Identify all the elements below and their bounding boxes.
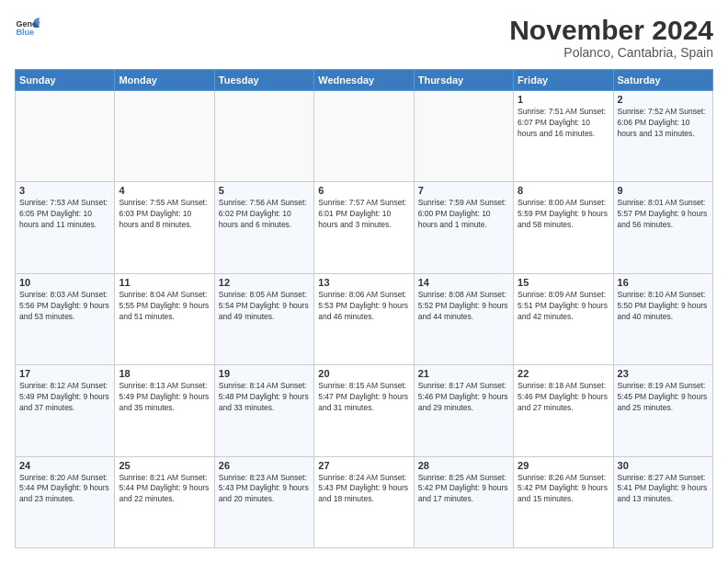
calendar-cell-1-4: 7Sunrise: 7:59 AM Sunset: 6:00 PM Daylig… <box>414 182 513 273</box>
header-wednesday: Wednesday <box>314 70 414 91</box>
day-info: Sunrise: 8:21 AM Sunset: 5:44 PM Dayligh… <box>119 473 210 506</box>
day-info: Sunrise: 8:13 AM Sunset: 5:49 PM Dayligh… <box>119 381 210 414</box>
calendar-cell-4-4: 28Sunrise: 8:25 AM Sunset: 5:42 PM Dayli… <box>414 456 513 547</box>
calendar-week-4: 17Sunrise: 8:12 AM Sunset: 5:49 PM Dayli… <box>16 365 713 456</box>
day-info: Sunrise: 8:04 AM Sunset: 5:55 PM Dayligh… <box>119 290 210 323</box>
day-info: Sunrise: 8:10 AM Sunset: 5:50 PM Dayligh… <box>618 290 709 323</box>
subtitle: Polanco, Cantabria, Spain <box>509 45 713 60</box>
calendar-cell-3-4: 21Sunrise: 8:17 AM Sunset: 5:46 PM Dayli… <box>414 365 513 456</box>
day-info: Sunrise: 8:27 AM Sunset: 5:41 PM Dayligh… <box>618 473 709 506</box>
day-number: 6 <box>318 185 409 196</box>
calendar-cell-3-1: 18Sunrise: 8:13 AM Sunset: 5:49 PM Dayli… <box>115 365 214 456</box>
calendar-cell-4-3: 27Sunrise: 8:24 AM Sunset: 5:43 PM Dayli… <box>314 456 414 547</box>
day-number: 12 <box>219 277 310 288</box>
calendar-cell-1-0: 3Sunrise: 7:53 AM Sunset: 6:05 PM Daylig… <box>16 182 115 273</box>
calendar-cell-1-2: 5Sunrise: 7:56 AM Sunset: 6:02 PM Daylig… <box>214 182 313 273</box>
day-number: 9 <box>618 185 709 196</box>
header-friday: Friday <box>514 70 613 91</box>
calendar-cell-4-2: 26Sunrise: 8:23 AM Sunset: 5:43 PM Dayli… <box>214 456 313 547</box>
day-info: Sunrise: 8:18 AM Sunset: 5:46 PM Dayligh… <box>518 381 609 414</box>
day-number: 21 <box>418 368 509 379</box>
svg-text:Blue: Blue <box>16 28 34 37</box>
day-info: Sunrise: 8:25 AM Sunset: 5:42 PM Dayligh… <box>418 473 509 506</box>
day-info: Sunrise: 8:05 AM Sunset: 5:54 PM Dayligh… <box>219 290 310 323</box>
calendar-cell-2-3: 13Sunrise: 8:06 AM Sunset: 5:53 PM Dayli… <box>314 273 414 364</box>
day-info: Sunrise: 7:55 AM Sunset: 6:03 PM Dayligh… <box>119 198 210 231</box>
calendar-cell-0-4 <box>414 91 513 182</box>
calendar-header-row: Sunday Monday Tuesday Wednesday Thursday… <box>16 70 713 91</box>
calendar-cell-1-6: 9Sunrise: 8:01 AM Sunset: 5:57 PM Daylig… <box>613 182 712 273</box>
calendar-cell-4-5: 29Sunrise: 8:26 AM Sunset: 5:42 PM Dayli… <box>514 456 613 547</box>
calendar-week-3: 10Sunrise: 8:03 AM Sunset: 5:56 PM Dayli… <box>16 273 713 364</box>
day-info: Sunrise: 7:52 AM Sunset: 6:06 PM Dayligh… <box>618 107 709 140</box>
calendar-cell-4-0: 24Sunrise: 8:20 AM Sunset: 5:44 PM Dayli… <box>16 456 115 547</box>
header-sunday: Sunday <box>16 70 115 91</box>
day-info: Sunrise: 7:59 AM Sunset: 6:00 PM Dayligh… <box>418 198 509 231</box>
day-number: 17 <box>19 368 110 379</box>
calendar-cell-3-2: 19Sunrise: 8:14 AM Sunset: 5:48 PM Dayli… <box>214 365 313 456</box>
calendar-cell-1-1: 4Sunrise: 7:55 AM Sunset: 6:03 PM Daylig… <box>115 182 214 273</box>
calendar-cell-0-3 <box>314 91 414 182</box>
page: General Blue November 2024 Polanco, Cant… <box>0 0 728 563</box>
calendar-cell-4-6: 30Sunrise: 8:27 AM Sunset: 5:41 PM Dayli… <box>613 456 712 547</box>
day-number: 28 <box>418 460 509 471</box>
day-info: Sunrise: 8:15 AM Sunset: 5:47 PM Dayligh… <box>318 381 409 414</box>
day-info: Sunrise: 8:06 AM Sunset: 5:53 PM Dayligh… <box>318 290 409 323</box>
day-number: 2 <box>618 94 709 105</box>
day-number: 24 <box>19 460 110 471</box>
day-info: Sunrise: 8:12 AM Sunset: 5:49 PM Dayligh… <box>19 381 110 414</box>
calendar-cell-4-1: 25Sunrise: 8:21 AM Sunset: 5:44 PM Dayli… <box>115 456 214 547</box>
day-number: 26 <box>219 460 310 471</box>
calendar-cell-0-1 <box>115 91 214 182</box>
calendar-cell-0-0 <box>16 91 115 182</box>
day-number: 10 <box>19 277 110 288</box>
day-number: 27 <box>318 460 409 471</box>
header: General Blue November 2024 Polanco, Cant… <box>15 15 713 60</box>
day-number: 29 <box>518 460 609 471</box>
calendar-cell-3-6: 23Sunrise: 8:19 AM Sunset: 5:45 PM Dayli… <box>613 365 712 456</box>
day-info: Sunrise: 8:23 AM Sunset: 5:43 PM Dayligh… <box>219 473 310 506</box>
day-info: Sunrise: 8:00 AM Sunset: 5:59 PM Dayligh… <box>518 198 609 231</box>
day-info: Sunrise: 8:14 AM Sunset: 5:48 PM Dayligh… <box>219 381 310 414</box>
day-number: 3 <box>19 185 110 196</box>
title-block: November 2024 Polanco, Cantabria, Spain <box>509 15 713 60</box>
header-saturday: Saturday <box>613 70 712 91</box>
day-info: Sunrise: 8:26 AM Sunset: 5:42 PM Dayligh… <box>518 473 609 506</box>
calendar-cell-1-3: 6Sunrise: 7:57 AM Sunset: 6:01 PM Daylig… <box>314 182 414 273</box>
logo: General Blue <box>15 15 40 40</box>
day-info: Sunrise: 8:17 AM Sunset: 5:46 PM Dayligh… <box>418 381 509 414</box>
day-number: 30 <box>618 460 709 471</box>
day-number: 18 <box>119 368 210 379</box>
day-number: 11 <box>119 277 210 288</box>
calendar-week-1: 1Sunrise: 7:51 AM Sunset: 6:07 PM Daylig… <box>16 91 713 182</box>
calendar-week-5: 24Sunrise: 8:20 AM Sunset: 5:44 PM Dayli… <box>16 456 713 547</box>
calendar-cell-3-0: 17Sunrise: 8:12 AM Sunset: 5:49 PM Dayli… <box>16 365 115 456</box>
day-number: 22 <box>518 368 609 379</box>
calendar-cell-0-5: 1Sunrise: 7:51 AM Sunset: 6:07 PM Daylig… <box>514 91 613 182</box>
calendar-cell-2-2: 12Sunrise: 8:05 AM Sunset: 5:54 PM Dayli… <box>214 273 313 364</box>
day-info: Sunrise: 8:24 AM Sunset: 5:43 PM Dayligh… <box>318 473 409 506</box>
day-info: Sunrise: 7:53 AM Sunset: 6:05 PM Dayligh… <box>19 198 110 231</box>
day-number: 20 <box>318 368 409 379</box>
day-info: Sunrise: 8:08 AM Sunset: 5:52 PM Dayligh… <box>418 290 509 323</box>
calendar-cell-1-5: 8Sunrise: 8:00 AM Sunset: 5:59 PM Daylig… <box>514 182 613 273</box>
day-number: 13 <box>318 277 409 288</box>
month-title: November 2024 <box>509 15 713 45</box>
calendar-cell-2-5: 15Sunrise: 8:09 AM Sunset: 5:51 PM Dayli… <box>514 273 613 364</box>
day-info: Sunrise: 8:19 AM Sunset: 5:45 PM Dayligh… <box>618 381 709 414</box>
calendar-cell-3-3: 20Sunrise: 8:15 AM Sunset: 5:47 PM Dayli… <box>314 365 414 456</box>
logo-icon: General Blue <box>15 15 40 40</box>
day-number: 7 <box>418 185 509 196</box>
calendar-cell-0-6: 2Sunrise: 7:52 AM Sunset: 6:06 PM Daylig… <box>613 91 712 182</box>
calendar-cell-2-1: 11Sunrise: 8:04 AM Sunset: 5:55 PM Dayli… <box>115 273 214 364</box>
day-number: 23 <box>618 368 709 379</box>
header-thursday: Thursday <box>414 70 513 91</box>
header-tuesday: Tuesday <box>214 70 313 91</box>
calendar-cell-0-2 <box>214 91 313 182</box>
calendar-cell-3-5: 22Sunrise: 8:18 AM Sunset: 5:46 PM Dayli… <box>514 365 613 456</box>
calendar-table: Sunday Monday Tuesday Wednesday Thursday… <box>15 69 713 548</box>
day-info: Sunrise: 7:57 AM Sunset: 6:01 PM Dayligh… <box>318 198 409 231</box>
day-info: Sunrise: 8:03 AM Sunset: 5:56 PM Dayligh… <box>19 290 110 323</box>
calendar-cell-2-4: 14Sunrise: 8:08 AM Sunset: 5:52 PM Dayli… <box>414 273 513 364</box>
day-number: 25 <box>119 460 210 471</box>
